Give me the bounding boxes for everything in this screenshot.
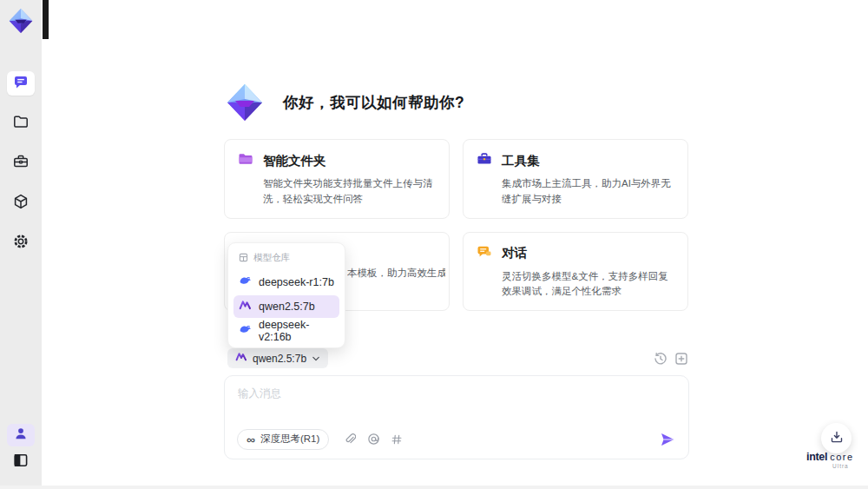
model-option-deepseek-r1[interactable]: deepseek-r1:7b — [233, 271, 339, 294]
card-title: 智能文件夹 — [263, 153, 326, 169]
model-dropdown-header-label: 模型仓库 — [253, 252, 290, 264]
download-icon — [830, 430, 844, 447]
history-icon[interactable] — [653, 351, 667, 366]
folder-icon — [12, 113, 30, 134]
deep-think-icon: ∞ — [247, 433, 255, 446]
sidebar — [0, 0, 42, 489]
greeting-row: 你好，我可以如何帮助你? — [224, 80, 464, 125]
card-toolset[interactable]: 工具集 集成市场上主流工具，助力AI与外界无缝扩展与对接 — [463, 139, 688, 219]
composer-tools — [343, 433, 404, 446]
sidebar-item-apps[interactable] — [7, 191, 35, 215]
app-logo-icon — [7, 7, 35, 35]
intel-product-label: core — [830, 452, 853, 462]
intel-brand-label: intel — [806, 451, 827, 463]
sidebar-item-chat[interactable] — [7, 71, 35, 96]
intel-core-badge: intel core Ultra — [806, 451, 862, 469]
card-title: 工具集 — [502, 153, 540, 169]
toolbox-icon — [12, 153, 30, 174]
intel-tier-label: Ultra — [832, 463, 862, 469]
user-icon — [13, 426, 29, 445]
qwen-icon — [239, 299, 252, 314]
new-chat-icon[interactable] — [674, 351, 688, 366]
deepseek-icon — [239, 323, 252, 339]
repo-icon — [239, 253, 248, 264]
chevron-down-icon — [312, 353, 320, 365]
model-selector-button[interactable]: qwen2.5:7b — [227, 348, 328, 368]
card-description: 集成市场上主流工具，助力AI与外界无缝扩展与对接 — [502, 176, 674, 208]
layout-icon — [12, 452, 30, 472]
chat-orange-icon — [477, 244, 492, 263]
model-dropdown: 模型仓库 deepseek-r1:7b qwen2.5:7b — [227, 242, 345, 348]
deep-think-toggle[interactable]: ∞ 深度思考(R1) — [237, 429, 329, 450]
sidebar-item-toolbox[interactable] — [7, 151, 35, 175]
sidebar-item-settings[interactable] — [7, 231, 35, 255]
gear-icon — [12, 233, 30, 254]
cube-icon — [12, 193, 30, 214]
at-icon[interactable] — [366, 433, 380, 446]
chat-icon — [12, 73, 30, 94]
briefcase-indigo-icon — [477, 151, 492, 170]
folder-purple-icon — [238, 151, 253, 170]
card-description: 灵活切换多模型&文件，支持多样回复效果调试，满足个性化需求 — [502, 269, 674, 301]
conversation-actions — [653, 351, 688, 366]
hash-icon[interactable] — [390, 433, 404, 446]
sidebar-item-panel[interactable] — [7, 450, 35, 474]
model-selector-label: qwen2.5:7b — [253, 353, 306, 365]
download-button[interactable] — [821, 423, 852, 453]
model-option-qwen[interactable]: qwen2.5:7b — [233, 295, 339, 318]
composer-toolbar: ∞ 深度思考(R1) — [237, 428, 677, 450]
card-description: 智能文件夹功能支持批量文件上传与清洗，轻松实现文件问答 — [263, 176, 436, 208]
app-window: 你好，我可以如何帮助你? 智能文件夹 智能文件夹功能支持批量文件上传与清洗，轻松… — [0, 0, 868, 489]
message-composer: ∞ 深度思考(R1) — [224, 375, 689, 459]
card-title: 对话 — [502, 245, 527, 261]
message-input[interactable] — [238, 387, 672, 423]
paperclip-icon[interactable] — [343, 433, 357, 446]
qwen-icon — [235, 351, 247, 366]
window-edge-decoration — [43, 0, 49, 39]
page-title: 你好，我可以如何帮助你? — [283, 92, 464, 113]
model-option-label: deepseek-v2:16b — [259, 319, 334, 343]
sidebar-item-folders[interactable] — [7, 111, 35, 135]
model-option-label: deepseek-r1:7b — [259, 276, 334, 288]
deep-think-label: 深度思考(R1) — [260, 433, 319, 446]
card-smart-folder[interactable]: 智能文件夹 智能文件夹功能支持批量文件上传与清洗，轻松实现文件问答 — [224, 139, 450, 219]
card-description-fragment: 本模板，助力高效生成多 — [347, 267, 445, 280]
model-option-label: qwen2.5:7b — [259, 301, 315, 313]
model-option-deepseek-v2[interactable]: deepseek-v2:16b — [233, 320, 339, 342]
bottom-border — [0, 486, 868, 489]
card-chat[interactable]: 对话 灵活切换多模型&文件，支持多样回复效果调试，满足个性化需求 — [463, 232, 688, 312]
sidebar-item-user[interactable] — [7, 424, 35, 446]
assistant-logo-icon — [224, 82, 266, 123]
model-dropdown-header: 模型仓库 — [233, 248, 339, 269]
deepseek-icon — [239, 274, 252, 290]
send-button[interactable] — [658, 430, 677, 449]
